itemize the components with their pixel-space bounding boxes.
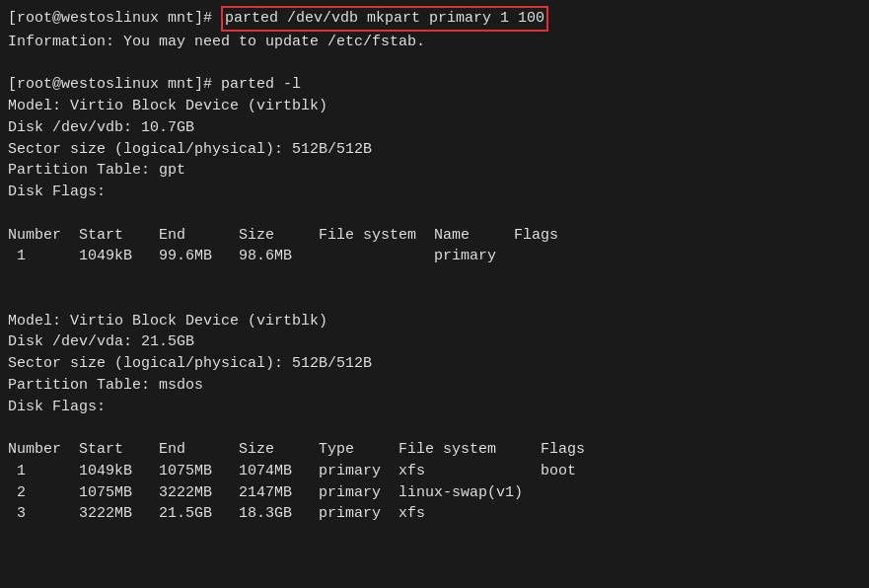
terminal-line-13 [8,267,861,289]
terminal-line-14 [8,289,861,311]
terminal-line-15: Model: Virtio Block Device (virtblk) [8,311,861,332]
terminal-line-3 [8,53,861,75]
terminal-line-24: 3 3222MB 21.5GB 18.3GB primary xfs [8,503,861,525]
command-highlight: parted /dev/vdb mkpart primary 1 100 [221,6,548,32]
terminal-line-22: 1 1049kB 1075MB 1074MB primary xfs boot [8,461,861,482]
terminal-line-6: Disk /dev/vdb: 10.7GB [8,117,861,139]
terminal-line-4: [root@westoslinux mnt]# parted -l [8,74,861,96]
prompt-1: [root@westoslinux mnt]# [8,10,221,27]
terminal-line-11: Number Start End Size File system Name F… [8,225,861,247]
terminal-line-23: 2 1075MB 3222MB 2147MB primary linux-swa… [8,482,861,504]
terminal-line-1: [root@westoslinux mnt]# parted /dev/vdb … [8,6,861,32]
terminal-line-19: Disk Flags: [8,397,861,418]
terminal-line-2: Information: You may need to update /etc… [8,32,861,53]
terminal-line-5: Model: Virtio Block Device (virtblk) [8,96,861,117]
terminal-line-12: 1 1049kB 99.6MB 98.6MB primary [8,246,861,267]
terminal-line-17: Sector size (logical/physical): 512B/512… [8,353,861,375]
terminal-line-9: Disk Flags: [8,182,861,203]
terminal-line-20 [8,417,861,439]
terminal-window: [root@westoslinux mnt]# parted /dev/vdb … [0,0,869,588]
terminal-line-7: Sector size (logical/physical): 512B/512… [8,139,861,161]
terminal-line-16: Disk /dev/vda: 21.5GB [8,331,861,353]
terminal-line-18: Partition Table: msdos [8,375,861,397]
terminal-line-8: Partition Table: gpt [8,160,861,182]
terminal-line-10 [8,203,861,225]
terminal-line-21: Number Start End Size Type File system F… [8,439,861,461]
